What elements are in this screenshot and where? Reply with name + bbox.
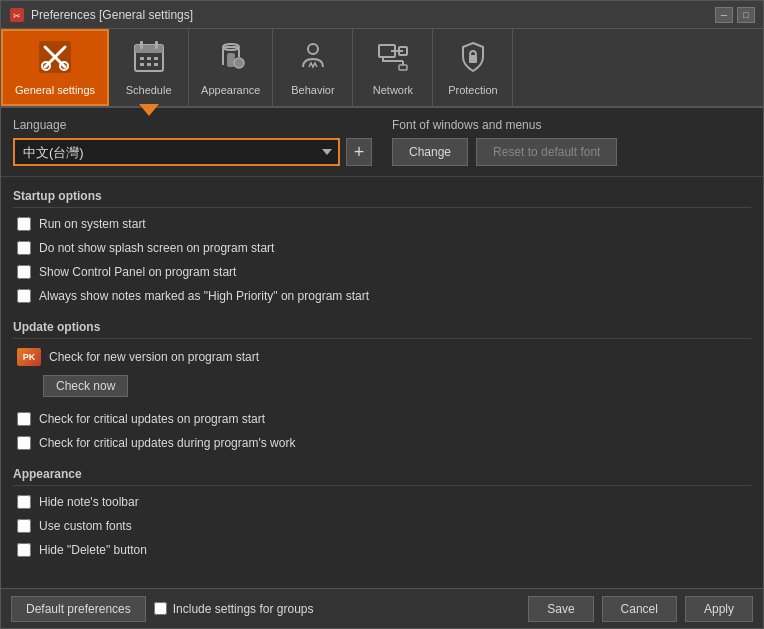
custom-fonts-checkbox[interactable] bbox=[17, 519, 31, 533]
app-icon: ✂ bbox=[9, 7, 25, 23]
svg-point-19 bbox=[234, 58, 244, 68]
font-label: Font of windows and menus bbox=[392, 118, 751, 132]
network-icon bbox=[375, 39, 411, 80]
appearance-options-section: Appearance Hide note's toolbar Use custo… bbox=[1, 455, 763, 562]
high-priority-checkbox[interactable] bbox=[17, 289, 31, 303]
top-section: Language 中文(台灣) English Deutsch Français… bbox=[1, 108, 763, 177]
svg-rect-8 bbox=[135, 45, 163, 53]
custom-fonts-row: Use custom fonts bbox=[13, 514, 751, 538]
hide-delete-checkbox[interactable] bbox=[17, 543, 31, 557]
no-splash-checkbox[interactable] bbox=[17, 241, 31, 255]
minimize-button[interactable]: ─ bbox=[715, 7, 733, 23]
apply-button[interactable]: Apply bbox=[685, 596, 753, 622]
font-section: Font of windows and menus Change Reset t… bbox=[392, 118, 751, 166]
show-control-panel-checkbox[interactable] bbox=[17, 265, 31, 279]
default-preferences-button[interactable]: Default preferences bbox=[11, 596, 146, 622]
svg-rect-9 bbox=[140, 41, 143, 49]
content-area: Language 中文(台灣) English Deutsch Français… bbox=[1, 108, 763, 588]
appearance-options-header: Appearance bbox=[13, 461, 751, 486]
hide-delete-row: Hide "Delete" button bbox=[13, 538, 751, 562]
check-critical-during-row: Check for critical updates during progra… bbox=[13, 431, 751, 455]
general-settings-icon bbox=[37, 39, 73, 80]
check-new-version-label: Check for new version on program start bbox=[49, 350, 259, 364]
maximize-button[interactable]: □ bbox=[737, 7, 755, 23]
nav-item-schedule[interactable]: Schedule bbox=[109, 29, 189, 106]
svg-rect-10 bbox=[155, 41, 158, 49]
check-critical-during-checkbox[interactable] bbox=[17, 436, 31, 450]
update-section: Update options PK Check for new version … bbox=[1, 308, 763, 455]
svg-rect-12 bbox=[147, 57, 151, 60]
hide-toolbar-label: Hide note's toolbar bbox=[39, 495, 139, 509]
svg-rect-16 bbox=[154, 63, 158, 66]
add-language-button[interactable]: + bbox=[346, 138, 372, 166]
nav-item-behavior[interactable]: Behavior bbox=[273, 29, 353, 106]
hide-toolbar-row: Hide note's toolbar bbox=[13, 490, 751, 514]
svg-rect-11 bbox=[140, 57, 144, 60]
change-font-button[interactable]: Change bbox=[392, 138, 468, 166]
check-new-version-row: PK Check for new version on program star… bbox=[13, 343, 751, 371]
update-header: Update options bbox=[13, 314, 751, 339]
language-select[interactable]: 中文(台灣) English Deutsch Français bbox=[13, 138, 340, 166]
nav-item-protection[interactable]: Protection bbox=[433, 29, 513, 106]
schedule-icon bbox=[131, 39, 167, 80]
nav-item-network[interactable]: Network bbox=[353, 29, 433, 106]
nav-bar: General settings Schedule bbox=[1, 29, 763, 108]
svg-rect-25 bbox=[469, 55, 477, 63]
window-controls: ─ □ bbox=[715, 7, 755, 23]
font-buttons: Change Reset to default font bbox=[392, 138, 751, 166]
hide-toolbar-checkbox[interactable] bbox=[17, 495, 31, 509]
svg-rect-13 bbox=[154, 57, 158, 60]
check-critical-row: Check for critical updates on program st… bbox=[13, 407, 751, 431]
cancel-button[interactable]: Cancel bbox=[602, 596, 677, 622]
nav-label-behavior: Behavior bbox=[291, 84, 334, 96]
arrow-indicator bbox=[139, 104, 159, 116]
startup-option-0: Run on system start bbox=[13, 212, 751, 236]
nav-label-general: General settings bbox=[15, 84, 95, 96]
startup-option-2: Show Control Panel on program start bbox=[13, 260, 751, 284]
include-groups-label: Include settings for groups bbox=[173, 602, 314, 616]
language-section: Language 中文(台灣) English Deutsch Français… bbox=[13, 118, 372, 166]
svg-point-20 bbox=[308, 44, 318, 54]
svg-rect-24 bbox=[399, 65, 407, 70]
startup-option-1: Do not show splash screen on program sta… bbox=[13, 236, 751, 260]
bottom-bar: Default preferences Include settings for… bbox=[1, 588, 763, 628]
hide-delete-label: Hide "Delete" button bbox=[39, 543, 147, 557]
check-critical-label: Check for critical updates on program st… bbox=[39, 412, 265, 426]
run-on-start-label: Run on system start bbox=[39, 217, 146, 231]
behavior-icon bbox=[295, 39, 331, 80]
title-bar: ✂ Preferences [General settings] ─ □ bbox=[1, 1, 763, 29]
nav-label-appearance: Appearance bbox=[201, 84, 260, 96]
include-groups-checkbox[interactable] bbox=[154, 602, 167, 615]
nav-label-protection: Protection bbox=[448, 84, 498, 96]
preferences-window: ✂ Preferences [General settings] ─ □ bbox=[0, 0, 764, 629]
nav-label-network: Network bbox=[373, 84, 413, 96]
save-button[interactable]: Save bbox=[528, 596, 593, 622]
svg-rect-14 bbox=[140, 63, 144, 66]
startup-option-3: Always show notes marked as "High Priori… bbox=[13, 284, 751, 308]
language-row: 中文(台灣) English Deutsch Français + bbox=[13, 138, 372, 166]
nav-item-appearance[interactable]: Appearance bbox=[189, 29, 273, 106]
svg-rect-15 bbox=[147, 63, 151, 66]
include-groups-row: Include settings for groups bbox=[154, 602, 314, 616]
reset-font-button[interactable]: Reset to default font bbox=[476, 138, 617, 166]
protection-icon bbox=[455, 39, 491, 80]
window-title: Preferences [General settings] bbox=[31, 8, 715, 22]
custom-fonts-label: Use custom fonts bbox=[39, 519, 132, 533]
startup-section: Startup options Run on system start Do n… bbox=[1, 177, 763, 308]
startup-header: Startup options bbox=[13, 183, 751, 208]
no-splash-label: Do not show splash screen on program sta… bbox=[39, 241, 274, 255]
high-priority-label: Always show notes marked as "High Priori… bbox=[39, 289, 369, 303]
check-critical-checkbox[interactable] bbox=[17, 412, 31, 426]
check-critical-during-label: Check for critical updates during progra… bbox=[39, 436, 295, 450]
appearance-icon bbox=[213, 39, 249, 80]
svg-text:✂: ✂ bbox=[13, 11, 21, 21]
pk-badge: PK bbox=[17, 348, 41, 366]
nav-item-general-settings[interactable]: General settings bbox=[1, 29, 109, 106]
nav-label-schedule: Schedule bbox=[126, 84, 172, 96]
check-now-button[interactable]: Check now bbox=[43, 375, 128, 397]
language-label: Language bbox=[13, 118, 372, 132]
show-control-panel-label: Show Control Panel on program start bbox=[39, 265, 236, 279]
run-on-start-checkbox[interactable] bbox=[17, 217, 31, 231]
